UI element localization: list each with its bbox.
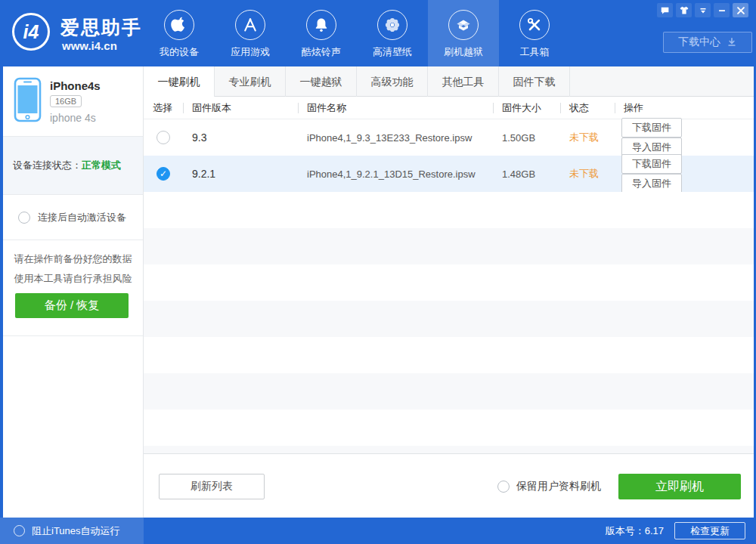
aisi-assistant-window: i4 爱思助手 www.i4.cn 我的设备应用游戏酷炫铃声高清壁纸刷机越狱工具… xyxy=(0,0,756,544)
column-header-2: 固件名称 xyxy=(298,97,493,119)
check-update-button[interactable]: 检查更新 xyxy=(674,522,745,539)
version-text: 版本号：6.17 xyxy=(606,518,664,544)
tab-3[interactable]: 高级功能 xyxy=(357,66,428,97)
refresh-list-button[interactable]: 刷新列表 xyxy=(159,474,265,499)
table-row[interactable]: 9.3iPhone4,1_9.3_13E233_Restore.ipsw1.50… xyxy=(144,119,754,156)
device-model: iphone 4s xyxy=(50,112,96,124)
nav-label: 酷炫铃声 xyxy=(302,45,341,59)
import-firmware-button[interactable]: 导入固件 xyxy=(621,174,682,193)
nav-item-flower[interactable]: 高清壁纸 xyxy=(357,0,428,66)
footer: 阻止iTunes自动运行 版本号：6.17 检查更新 xyxy=(0,518,756,544)
tab-1[interactable]: 专业刷机 xyxy=(215,66,286,97)
download-center-label: 下载中心 xyxy=(678,36,720,49)
backup-restore-button[interactable]: 备份 / 恢复 xyxy=(15,293,129,318)
column-header-5: 操作 xyxy=(615,97,754,119)
download-firmware-button[interactable]: 下载固件 xyxy=(621,154,682,174)
nav-item-toolbox[interactable]: 工具箱 xyxy=(499,0,570,66)
toolbox-icon xyxy=(519,10,550,40)
nav-item-bell[interactable]: 酷炫铃声 xyxy=(286,0,357,66)
table-header: 选择固件版本固件名称固件大小状态操作 xyxy=(144,97,754,119)
auto-activate-row: 连接后自动激活设备 xyxy=(3,195,143,240)
header: i4 爱思助手 www.i4.cn 我的设备应用游戏酷炫铃声高清壁纸刷机越狱工具… xyxy=(0,0,756,66)
download-center-button[interactable]: 下载中心 xyxy=(663,32,752,53)
block-itunes-label: 阻止iTunes自动运行 xyxy=(32,524,120,538)
skin-icon[interactable] xyxy=(676,3,692,17)
device-capacity-badge: 16GB xyxy=(50,95,82,107)
jailbreak-box-icon xyxy=(448,10,479,40)
nav-item-appstore[interactable]: 应用游戏 xyxy=(215,0,286,66)
warning-section: 请在操作前备份好您的数据 使用本工具请自行承担风险 备份 / 恢复 xyxy=(3,240,143,336)
bell-icon xyxy=(306,10,336,40)
nav-item-jailbreak-box[interactable]: 刷机越狱 xyxy=(428,0,499,66)
flower-icon xyxy=(377,10,407,40)
window-controls xyxy=(657,3,748,17)
action-bar: 刷新列表 保留用户资料刷机 立即刷机 xyxy=(144,455,754,518)
row-select-radio[interactable]: ✓ xyxy=(156,167,170,181)
block-itunes-radio[interactable] xyxy=(14,525,25,536)
iphone-icon xyxy=(14,77,42,122)
column-header-4: 状态 xyxy=(560,97,615,119)
connection-status: 设备连接状态：正常模式 xyxy=(3,136,143,195)
app-title: 爱思助手 xyxy=(60,15,142,40)
tray-icon[interactable] xyxy=(695,3,711,17)
row-select-radio[interactable] xyxy=(156,131,170,144)
column-header-0: 选择 xyxy=(144,97,183,119)
firmware-status: 未下载 xyxy=(560,167,615,181)
firmware-name: iPhone4,1_9.2.1_13D15_Restore.ipsw xyxy=(298,168,493,180)
connection-status-value: 正常模式 xyxy=(82,159,121,172)
flash-now-button[interactable]: 立即刷机 xyxy=(618,474,741,499)
nav-label: 刷机越狱 xyxy=(444,45,483,59)
firmware-version: 9.3 xyxy=(183,131,298,144)
close-icon[interactable] xyxy=(733,3,748,17)
keep-data-row: 保留用户资料刷机 xyxy=(497,480,601,493)
device-name: iPhone4s xyxy=(50,79,101,92)
nav-label: 高清壁纸 xyxy=(373,45,412,59)
firmware-name: iPhone4,1_9.3_13E233_Restore.ipsw xyxy=(298,132,493,144)
tab-2[interactable]: 一键越狱 xyxy=(286,66,357,97)
keep-data-radio[interactable] xyxy=(497,481,510,493)
tab-0[interactable]: 一键刷机 xyxy=(144,66,215,97)
download-icon xyxy=(727,37,737,48)
firmware-size: 1.50GB xyxy=(493,132,560,144)
app-website: www.i4.cn xyxy=(62,39,117,52)
column-header-1: 固件版本 xyxy=(183,97,298,119)
auto-activate-label: 连接后自动激活设备 xyxy=(38,211,126,224)
keep-data-label: 保留用户资料刷机 xyxy=(516,480,601,493)
table-row[interactable]: ✓9.2.1iPhone4,1_9.2.1_13D15_Restore.ipsw… xyxy=(144,156,754,192)
firmware-size: 1.48GB xyxy=(493,168,560,180)
i4-logo: i4 xyxy=(12,13,50,51)
block-itunes-row: 阻止iTunes自动运行 xyxy=(0,518,144,544)
firmware-version: 9.2.1 xyxy=(183,168,298,180)
minimize-icon[interactable] xyxy=(714,3,730,17)
warning-line-2: 使用本工具请自行承担风险 xyxy=(3,269,143,289)
appstore-icon xyxy=(235,10,265,40)
tab-bar: 一键刷机专业刷机一键越狱高级功能其他工具固件下载 xyxy=(144,66,754,97)
empty-table-area xyxy=(144,192,754,454)
tab-5[interactable]: 固件下载 xyxy=(499,66,570,97)
device-info: iPhone4s 16GB iphone 4s xyxy=(3,66,143,136)
tab-4[interactable]: 其他工具 xyxy=(428,66,499,97)
download-firmware-button[interactable]: 下载固件 xyxy=(621,118,682,138)
nav-item-apple[interactable]: 我的设备 xyxy=(144,0,215,66)
nav-label: 应用游戏 xyxy=(231,45,270,59)
nav-label: 工具箱 xyxy=(520,45,550,59)
main-nav: 我的设备应用游戏酷炫铃声高清壁纸刷机越狱工具箱 xyxy=(144,0,570,66)
warning-line-1: 请在操作前备份好您的数据 xyxy=(3,249,143,269)
sidebar: iPhone4s 16GB iphone 4s 设备连接状态：正常模式 连接后自… xyxy=(3,66,144,518)
apple-icon xyxy=(164,10,194,40)
auto-activate-radio[interactable] xyxy=(18,212,30,224)
nav-label: 我的设备 xyxy=(160,45,199,59)
firmware-status: 未下载 xyxy=(560,131,615,144)
connection-status-label: 设备连接状态： xyxy=(13,159,82,172)
column-header-3: 固件大小 xyxy=(493,97,560,119)
feedback-icon[interactable] xyxy=(657,3,673,17)
